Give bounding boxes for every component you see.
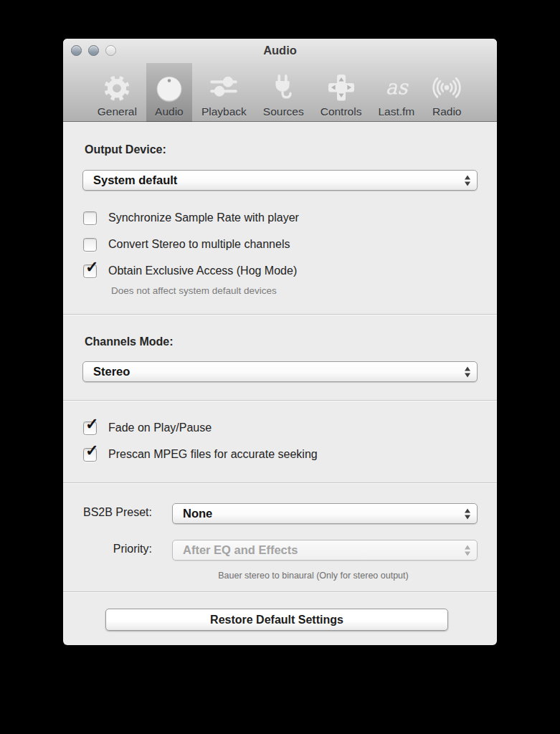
stepper-arrows-icon	[465, 508, 470, 519]
section-divider	[63, 482, 497, 483]
preferences-toolbar: General Audio	[63, 63, 497, 122]
dpad-icon	[326, 70, 357, 105]
stepper-arrows-icon	[465, 545, 470, 556]
output-device-label: Output Device:	[85, 143, 166, 156]
checkbox-box	[83, 238, 97, 252]
tab-label: Controls	[321, 105, 362, 118]
tab-general[interactable]: General	[90, 63, 144, 122]
stepper-arrows-icon	[465, 175, 470, 186]
priority-label: Priority:	[77, 543, 152, 556]
tab-playback[interactable]: Playback	[194, 63, 254, 122]
checkbox-label: Fade on Play/Pause	[108, 421, 212, 434]
checkbox-label: Synchronize Sample Rate with player	[108, 211, 299, 224]
checkbox-box	[83, 211, 97, 225]
checkmark-icon: ✓	[85, 259, 98, 275]
tab-sources[interactable]: Sources	[256, 63, 311, 122]
section-divider	[63, 400, 497, 401]
checkmark-icon: ✓	[85, 443, 98, 459]
checkbox-convert-stereo[interactable]: Convert Stereo to multiple channels	[83, 237, 290, 252]
plug-icon	[267, 70, 299, 105]
section-divider	[63, 591, 497, 592]
sliders-icon	[208, 70, 239, 105]
lastfm-icon: as	[381, 70, 412, 105]
checkbox-box: ✓	[83, 421, 97, 435]
tab-label: Audio	[155, 105, 184, 118]
tab-label: General	[98, 105, 137, 118]
tab-label: Sources	[263, 105, 304, 118]
bs2b-caption: Bauer stereo to binaural (Only for stere…	[152, 571, 475, 581]
stepper-arrows-icon	[465, 366, 470, 377]
restore-defaults-button[interactable]: Restore Default Settings	[105, 609, 448, 631]
tab-label: Playback	[201, 105, 247, 118]
window-title: Audio	[63, 44, 497, 57]
checkbox-box: ✓	[83, 448, 97, 462]
checkmark-icon: ✓	[85, 416, 98, 432]
tab-lastfm[interactable]: as Last.fm	[371, 63, 422, 122]
tab-controls[interactable]: Controls	[313, 63, 369, 122]
hog-mode-note: Does not affect system default devices	[111, 285, 277, 296]
gear-icon	[101, 70, 133, 105]
checkbox-prescan-mpeg[interactable]: ✓ Prescan MPEG files for accurate seekin…	[83, 447, 318, 462]
channels-mode-select[interactable]: Stereo	[82, 361, 478, 382]
knob-icon	[153, 70, 185, 105]
tab-label: Radio	[432, 105, 462, 118]
preferences-window: Audio General Audio	[63, 39, 497, 645]
channels-mode-value: Stereo	[83, 365, 130, 378]
checkbox-label: Obtain Exclusive Access (Hog Mode)	[108, 264, 297, 277]
tab-audio[interactable]: Audio	[146, 63, 192, 122]
svg-text:as: as	[385, 75, 409, 99]
broadcast-icon	[431, 70, 462, 105]
checkbox-label: Convert Stereo to multiple channels	[108, 238, 290, 251]
bs2b-preset-select[interactable]: None	[172, 503, 478, 524]
section-divider	[63, 314, 497, 315]
priority-select: After EQ and Effects	[172, 540, 478, 561]
checkbox-fade-play-pause[interactable]: ✓ Fade on Play/Pause	[83, 421, 212, 435]
tab-label: Last.fm	[378, 105, 414, 118]
bs2b-preset-label: BS2B Preset:	[77, 506, 152, 519]
window-header[interactable]: Audio General Audio	[63, 39, 497, 122]
checkbox-sync-sample-rate[interactable]: Synchronize Sample Rate with player	[83, 211, 299, 225]
output-device-value: System default	[83, 173, 177, 187]
priority-value: After EQ and Effects	[173, 543, 298, 557]
bs2b-preset-value: None	[173, 507, 212, 520]
tab-radio[interactable]: Radio	[424, 63, 470, 122]
channels-mode-label: Channels Mode:	[85, 335, 174, 348]
checkbox-label: Prescan MPEG files for accurate seeking	[108, 448, 318, 461]
checkbox-hog-mode[interactable]: ✓ Obtain Exclusive Access (Hog Mode)	[83, 264, 297, 278]
checkbox-box: ✓	[83, 264, 97, 278]
output-device-select[interactable]: System default	[82, 170, 478, 191]
